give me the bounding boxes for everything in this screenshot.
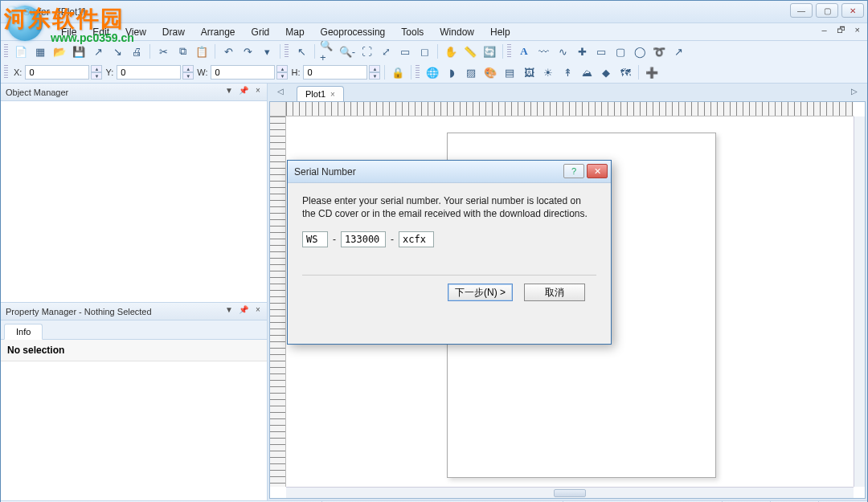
zoom-fit-icon[interactable]: ⤢ xyxy=(377,43,395,60)
doc-close-button[interactable]: × xyxy=(853,25,862,35)
paste-icon[interactable]: 📋 xyxy=(193,43,211,60)
toolbar-grip[interactable] xyxy=(285,44,289,59)
panel-close-icon[interactable]: × xyxy=(252,305,264,314)
toolbar-grip[interactable] xyxy=(4,65,8,80)
object-manager-body[interactable] xyxy=(1,101,267,302)
toolbar-grip[interactable] xyxy=(416,65,420,80)
reshape-icon[interactable]: ↗ xyxy=(669,43,687,60)
dialog-separator xyxy=(302,275,596,275)
polygon-icon[interactable]: ∿ xyxy=(554,43,571,60)
w-spinner[interactable]: ▲▼ xyxy=(276,65,288,80)
menu-grid[interactable]: Grid xyxy=(244,24,278,40)
new-icon[interactable]: 📄 xyxy=(12,43,30,60)
pin-icon[interactable]: 📌 xyxy=(238,305,249,314)
ellipse-icon[interactable]: ◯ xyxy=(631,43,649,60)
h-input[interactable] xyxy=(303,65,367,80)
serial-part2-input[interactable] xyxy=(341,231,386,247)
pin-icon[interactable]: 📌 xyxy=(238,86,249,95)
grid-icon[interactable]: ▦ xyxy=(31,43,49,60)
ruler-corner xyxy=(270,102,286,116)
close-button[interactable]: ✕ xyxy=(841,3,864,18)
redo-icon[interactable]: ↷ xyxy=(239,43,256,60)
dialog-close-button[interactable]: ✕ xyxy=(587,164,608,178)
undo-list-icon[interactable]: ▾ xyxy=(258,43,276,60)
export-icon[interactable]: ↗ xyxy=(89,43,107,60)
pan-icon[interactable]: ✋ xyxy=(442,43,460,60)
zoom-in-icon[interactable]: 🔍+ xyxy=(319,43,337,60)
scrollbar-vertical[interactable] xyxy=(854,116,865,487)
menu-draw[interactable]: Draw xyxy=(154,24,193,40)
panel-menu-icon[interactable]: ▼ xyxy=(223,305,235,314)
measure-icon[interactable]: 📏 xyxy=(461,43,479,60)
post-icon[interactable]: ▤ xyxy=(501,63,518,81)
pointer-icon[interactable]: ↖ xyxy=(293,43,310,60)
save-icon[interactable]: 💾 xyxy=(70,43,88,60)
menu-arrange[interactable]: Arrange xyxy=(193,24,244,40)
base-icon[interactable]: 🗺 xyxy=(616,63,634,81)
colormap-icon[interactable]: 🎨 xyxy=(481,63,499,81)
zoom-rect-icon[interactable]: ⛶ xyxy=(358,43,375,60)
tab-plot1[interactable]: Plot1 × xyxy=(297,86,344,101)
panel-close-icon[interactable]: × xyxy=(252,86,264,95)
menu-file[interactable]: File xyxy=(53,24,84,40)
rectangle-icon[interactable]: ▭ xyxy=(592,43,610,60)
minimize-button[interactable]: — xyxy=(790,3,813,18)
spline-icon[interactable]: ➰ xyxy=(650,43,668,60)
zoom-out-icon[interactable]: 🔍- xyxy=(338,43,356,60)
tab-scroll-left-icon[interactable]: ◁ xyxy=(272,87,289,96)
refresh-icon[interactable]: 🔄 xyxy=(481,43,498,60)
serial-part1-input[interactable] xyxy=(302,231,328,247)
zoom-actual-icon[interactable]: ◻ xyxy=(416,43,433,60)
tab-info[interactable]: Info xyxy=(4,324,43,340)
doc-minimize-button[interactable]: – xyxy=(819,25,829,35)
panel-menu-icon[interactable]: ▼ xyxy=(223,86,235,95)
scrollbar-horizontal[interactable] xyxy=(286,487,854,498)
print-icon[interactable]: 🖨 xyxy=(128,43,145,60)
surface-icon[interactable]: ◆ xyxy=(597,63,615,81)
menu-map[interactable]: Map xyxy=(277,24,312,40)
next-button[interactable]: 下一步(N) > xyxy=(448,284,513,301)
h-spinner[interactable]: ▲▼ xyxy=(369,65,380,80)
cut-icon[interactable]: ✂ xyxy=(154,43,172,60)
shaded-icon[interactable]: ☀ xyxy=(539,63,557,81)
vector-icon[interactable]: ↟ xyxy=(559,63,576,81)
tab-close-icon[interactable]: × xyxy=(330,90,335,99)
add-layer-icon[interactable]: ➕ xyxy=(643,63,661,81)
toolbar-grip[interactable] xyxy=(507,44,511,59)
image-icon[interactable]: 🖼 xyxy=(520,63,538,81)
text-icon[interactable]: A xyxy=(515,43,533,60)
h-label: H: xyxy=(289,67,301,77)
maximize-button[interactable]: ▢ xyxy=(816,3,838,18)
polyline-icon[interactable]: 〰 xyxy=(534,43,552,60)
menu-edit[interactable]: Edit xyxy=(84,24,117,40)
wireframe-icon[interactable]: ▨ xyxy=(462,63,480,81)
w-input[interactable] xyxy=(211,65,275,80)
open-icon[interactable]: 📂 xyxy=(51,43,68,60)
contour-icon[interactable]: ◗ xyxy=(443,63,461,81)
menu-geoprocessing[interactable]: Geoprocessing xyxy=(313,24,394,40)
watershed-icon[interactable]: ⛰ xyxy=(578,63,596,81)
copy-icon[interactable]: ⧉ xyxy=(174,43,191,60)
cancel-button[interactable]: 取消 xyxy=(524,284,585,301)
x-input[interactable] xyxy=(25,65,89,80)
object-manager-header: Object Manager ▼ 📌 × xyxy=(1,84,267,101)
rounded-rect-icon[interactable]: ▢ xyxy=(612,43,629,60)
zoom-page-icon[interactable]: ▭ xyxy=(396,43,414,60)
import-icon[interactable]: ↘ xyxy=(108,43,126,60)
serial-part3-input[interactable] xyxy=(399,231,434,247)
toolbar-grip[interactable] xyxy=(4,44,8,59)
y-input[interactable] xyxy=(117,65,181,80)
menu-view[interactable]: View xyxy=(117,24,154,40)
menu-help[interactable]: Help xyxy=(482,24,518,40)
x-spinner[interactable]: ▲▼ xyxy=(91,65,102,80)
symbol-icon[interactable]: ✚ xyxy=(573,43,591,60)
tab-scroll-right-icon[interactable]: ▷ xyxy=(846,87,862,96)
lock-icon[interactable]: 🔒 xyxy=(389,63,407,81)
menu-window[interactable]: Window xyxy=(432,24,482,40)
y-spinner[interactable]: ▲▼ xyxy=(182,65,194,80)
menu-tools[interactable]: Tools xyxy=(393,24,432,40)
globe-icon[interactable]: 🌐 xyxy=(424,63,441,81)
doc-restore-button[interactable]: 🗗 xyxy=(834,25,848,35)
undo-icon[interactable]: ↶ xyxy=(219,43,237,60)
help-button[interactable]: ? xyxy=(563,164,584,178)
